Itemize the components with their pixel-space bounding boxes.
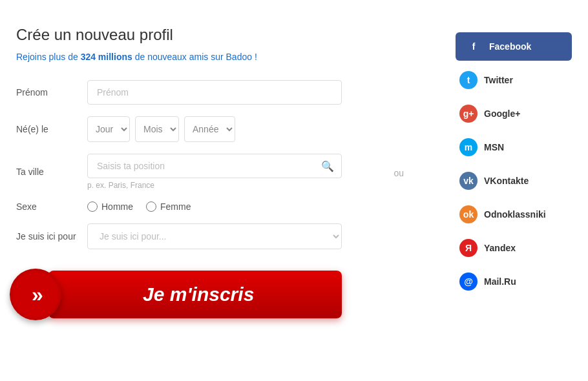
- social-btn-msn[interactable]: m MSN: [456, 133, 572, 161]
- ville-label: Ta ville: [16, 167, 87, 177]
- nele-row: Né(e) le Jour Mois Année: [16, 116, 342, 142]
- facebook-icon: f: [465, 37, 483, 56]
- subtitle: Rejoins plus de 324 millions de nouveaux…: [16, 52, 342, 62]
- yandex-icon: Я: [459, 239, 478, 257]
- msn-label: MSN: [484, 142, 504, 152]
- twitter-icon: t: [459, 71, 478, 89]
- homme-radio[interactable]: [87, 201, 98, 212]
- annee-select[interactable]: Année: [184, 116, 235, 142]
- jour-select[interactable]: Jour: [87, 116, 130, 142]
- prenom-input[interactable]: [87, 80, 342, 105]
- search-icon: 🔍: [321, 160, 334, 172]
- sexe-radio-group: Homme Femme: [87, 201, 342, 212]
- ville-input[interactable]: [87, 154, 342, 178]
- city-wrapper: 🔍: [87, 154, 342, 178]
- homme-label: Homme: [101, 201, 133, 212]
- homme-option[interactable]: Homme: [87, 201, 133, 212]
- chevron-icon: »: [32, 284, 39, 305]
- ville-row: Ta ville 🔍 p. ex. Paris, France: [16, 154, 342, 190]
- form-section: Crée un nouveau profil Rejoins plus de 3…: [16, 26, 342, 320]
- mois-select[interactable]: Mois: [135, 116, 179, 142]
- suis-select[interactable]: Je suis ici pour...: [87, 223, 342, 249]
- main-container: Crée un nouveau profil Rejoins plus de 3…: [16, 26, 572, 320]
- suis-label: Je suis ici pour: [16, 231, 87, 242]
- sexe-label: Sexe: [16, 201, 87, 212]
- suis-row: Je suis ici pour Je suis ici pour...: [16, 223, 342, 249]
- page-title: Crée un nouveau profil: [16, 26, 342, 44]
- social-btn-yandex[interactable]: Я Yandex: [456, 234, 572, 262]
- mailru-icon: @: [459, 273, 478, 291]
- facebook-label: Facebook: [489, 41, 531, 52]
- prenom-control: [87, 80, 342, 105]
- subtitle-count: 324 millions: [81, 52, 132, 62]
- femme-radio[interactable]: [146, 201, 156, 212]
- social-section: f Facebook t Twitter g+ Google+ m MSN vk…: [456, 26, 572, 301]
- twitter-label: Twitter: [484, 75, 513, 85]
- msn-icon: m: [459, 138, 478, 156]
- vkontakte-label: VKontakte: [484, 176, 529, 186]
- social-btn-googleplus[interactable]: g+ Google+: [456, 99, 572, 128]
- submit-area: » Je m'inscris: [16, 269, 342, 320]
- mailru-label: Mail.Ru: [484, 276, 516, 287]
- googleplus-label: Google+: [484, 108, 520, 119]
- social-btn-mailru[interactable]: @ Mail.Ru: [456, 267, 572, 296]
- yandex-label: Yandex: [484, 243, 516, 253]
- suis-control: Je suis ici pour...: [87, 223, 342, 249]
- ville-hint: p. ex. Paris, France: [87, 181, 342, 190]
- social-btn-odnoklassniki[interactable]: ok Odnoklassniki: [456, 200, 572, 229]
- prenom-label: Prénom: [16, 87, 87, 98]
- divider-or: ou: [381, 168, 417, 178]
- arrow-circle: »: [10, 269, 61, 320]
- odnoklassniki-label: Odnoklassniki: [484, 209, 546, 220]
- femme-option[interactable]: Femme: [146, 201, 191, 212]
- social-btn-facebook[interactable]: f Facebook: [456, 32, 572, 61]
- ville-control: 🔍 p. ex. Paris, France: [87, 154, 342, 190]
- subtitle-suffix: de nouveaux amis sur Badoo !: [132, 52, 257, 62]
- googleplus-icon: g+: [459, 105, 478, 123]
- odnoklassniki-icon: ok: [459, 205, 478, 223]
- submit-button[interactable]: Je m'inscris: [48, 271, 342, 318]
- prenom-row: Prénom: [16, 80, 342, 105]
- social-btn-twitter[interactable]: t Twitter: [456, 66, 572, 94]
- nele-label: Né(e) le: [16, 124, 87, 134]
- vkontakte-icon: vk: [459, 172, 478, 190]
- sexe-row: Sexe Homme Femme: [16, 201, 342, 212]
- femme-label: Femme: [160, 201, 191, 212]
- subtitle-prefix: Rejoins plus de: [16, 52, 81, 62]
- dob-selects: Jour Mois Année: [87, 116, 342, 142]
- social-btn-vkontakte[interactable]: vk VKontakte: [456, 167, 572, 195]
